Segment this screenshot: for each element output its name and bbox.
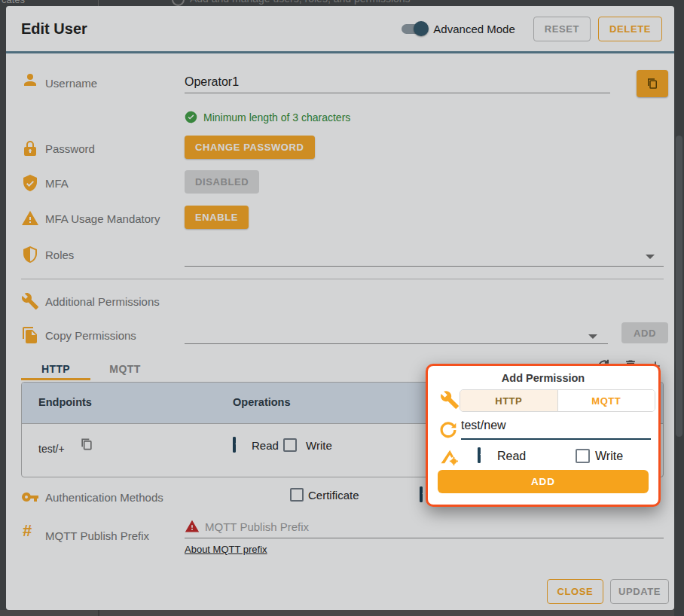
- copy-permissions-underline: [185, 343, 608, 344]
- shield-icon: [21, 245, 39, 264]
- lock-icon: [21, 139, 39, 157]
- person-icon: [21, 71, 39, 89]
- tab-http[interactable]: HTTP: [21, 363, 90, 375]
- certificate-checkbox[interactable]: [290, 488, 304, 502]
- certificate-label: Certificate: [308, 489, 359, 502]
- reset-button[interactable]: RESET: [533, 17, 591, 41]
- popup-write-checkbox[interactable]: [576, 449, 590, 463]
- wrench-icon: [440, 390, 460, 410]
- change-password-button[interactable]: CHANGE PASSWORD: [185, 136, 315, 159]
- dialog-header: Edit User Advanced Mode RESET DELETE: [6, 6, 674, 51]
- active-tab-indicator: [21, 378, 90, 380]
- advanced-mode-toggle[interactable]: [402, 21, 427, 36]
- check-circle-icon: [185, 111, 197, 124]
- delete-button[interactable]: DELETE: [598, 17, 662, 41]
- copy-username-button[interactable]: [637, 70, 668, 97]
- popup-tab-mqtt[interactable]: MQTT: [557, 390, 655, 411]
- background-page-fragment: cates Add and manage users, roles, and p…: [0, 0, 684, 6]
- topic-input-underline: [461, 438, 651, 440]
- update-button[interactable]: UPDATE: [610, 579, 669, 604]
- popup-read-label: Read: [497, 450, 526, 463]
- background-sidebar-divider: [98, 610, 99, 616]
- advanced-mode-label: Advanced Mode: [433, 23, 515, 35]
- rotate-topic-icon: [438, 420, 458, 440]
- background-subtitle: Add and manage users, roles, and permiss…: [190, 0, 411, 5]
- username-label: Username: [45, 77, 97, 90]
- hash-icon: #: [23, 521, 32, 541]
- chevron-down-icon: [588, 334, 597, 339]
- screen: cates Add and manage users, roles, and p…: [0, 0, 684, 616]
- row-write-label: Write: [306, 439, 332, 452]
- tab-mqtt[interactable]: MQTT: [90, 363, 160, 375]
- scrollbar-thumb[interactable]: [676, 136, 682, 437]
- toggle-thumb: [414, 21, 429, 36]
- close-button[interactable]: CLOSE: [547, 579, 603, 604]
- error-warning-icon: [185, 519, 200, 534]
- copy-permissions-add-button[interactable]: ADD: [621, 322, 668, 343]
- header-divider: [6, 51, 674, 53]
- chevron-down-icon: [646, 255, 655, 259]
- copy-permissions-label: Copy Permissions: [45, 329, 136, 342]
- username-underline: [185, 93, 610, 93]
- additional-permissions-label: Additional Permissions: [45, 295, 160, 308]
- warning-triangle-icon: [21, 209, 39, 227]
- auth-methods-label: Authentication Methods: [45, 491, 163, 504]
- popup-protocol-tabs: HTTP MQTT: [460, 389, 655, 412]
- mfa-disabled-button[interactable]: DISABLED: [185, 170, 259, 194]
- popup-tab-http[interactable]: HTTP: [460, 390, 557, 411]
- column-operations: Operations: [233, 396, 291, 408]
- edit-user-dialog: Edit User Advanced Mode RESET DELETE Use…: [6, 6, 674, 610]
- hidden-auth-checkbox[interactable]: [420, 486, 423, 502]
- background-sidebar-divider: [98, 0, 99, 6]
- mqtt-prefix-input[interactable]: MQTT Publish Prefix: [205, 520, 309, 533]
- row-read-checkbox[interactable]: [233, 437, 236, 453]
- popup-read-checkbox[interactable]: [478, 447, 481, 463]
- password-label: Password: [45, 142, 95, 155]
- wrench-icon: [21, 292, 39, 310]
- dialog-title: Edit User: [21, 20, 402, 38]
- section-divider: [21, 279, 664, 279]
- roles-select[interactable]: [185, 249, 664, 267]
- row-write-checkbox[interactable]: [283, 438, 297, 452]
- mqtt-prefix-underline: [185, 538, 664, 538]
- file-copy-icon: [21, 326, 39, 344]
- mfa-mandatory-label: MFA Usage Mandatory: [45, 212, 160, 225]
- background-sidebar-item-fragment: cates: [2, 0, 25, 5]
- popup-add-button[interactable]: ADD: [438, 470, 649, 493]
- column-endpoints: Endpoints: [38, 396, 92, 408]
- permission-gear-icon: [438, 446, 460, 467]
- mfa-label: MFA: [45, 177, 69, 190]
- username-input[interactable]: Operator1: [185, 75, 239, 89]
- shield-check-icon: [21, 174, 39, 192]
- row-read-label: Read: [252, 439, 279, 452]
- popup-write-label: Write: [595, 450, 623, 463]
- permission-topic-input[interactable]: [461, 419, 651, 432]
- endpoint-value: test/+: [38, 443, 65, 455]
- username-validation: Minimum length of 3 characters: [203, 111, 350, 124]
- popup-title: Add Permission: [428, 372, 658, 384]
- copy-endpoint-icon[interactable]: [79, 437, 94, 452]
- page-right-gutter: [674, 0, 684, 616]
- mqtt-prefix-label: MQTT Publish Prefix: [45, 529, 149, 542]
- roles-underline: [185, 266, 664, 267]
- page-bottom-gutter: [0, 610, 674, 616]
- copy-icon: [646, 77, 659, 90]
- key-icon: [21, 488, 39, 506]
- mfa-enable-button[interactable]: ENABLE: [185, 206, 249, 229]
- roles-label: Roles: [45, 249, 74, 261]
- info-circle-icon: [172, 0, 185, 6]
- about-mqtt-prefix-link[interactable]: About MQTT prefix: [185, 544, 267, 555]
- add-permission-popup: Add Permission HTTP MQTT Read Write ADD: [426, 364, 661, 507]
